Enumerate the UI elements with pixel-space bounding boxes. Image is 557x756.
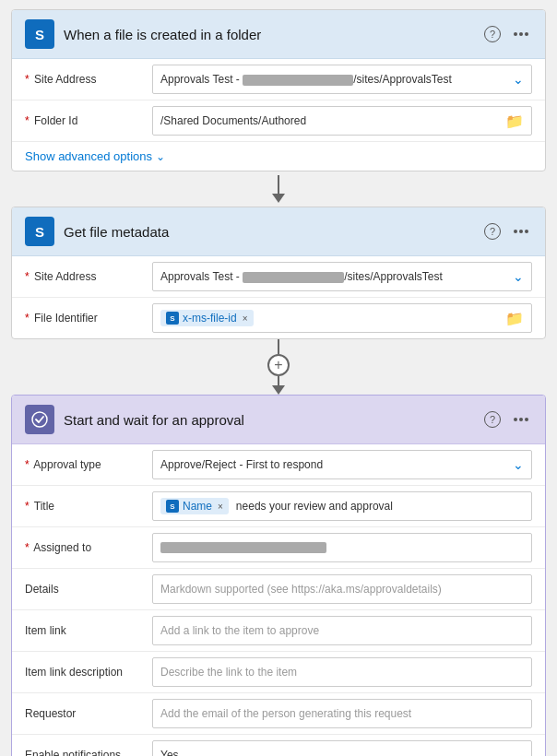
trigger-card-actions: ?	[484, 26, 532, 42]
metadata-card-body: * Site Address Approvals Test - /sites/A…	[12, 256, 545, 338]
add-step-btn[interactable]: +	[267, 354, 290, 376]
connector-plus-line-bottom	[278, 376, 279, 385]
trigger-site-address-value[interactable]: Approvals Test - /sites/ApprovalsTest ⌄	[152, 65, 532, 94]
approval-assigned-to-row: * Assigned to	[12, 527, 545, 569]
approval-title-row: * Title S Name × needs your review and a…	[12, 486, 545, 527]
approval-type-label: * Approval type	[25, 458, 145, 471]
approval-requestor-placeholder: Add the email of the person generating t…	[160, 707, 524, 720]
metadata-ellipsis-btn[interactable]	[510, 228, 532, 235]
trigger-card: S When a file is created in a folder ? *	[11, 9, 546, 171]
approval-name-token-label: Name	[183, 500, 212, 513]
trigger-help-icon[interactable]: ?	[484, 26, 501, 42]
metadata-card-actions: ?	[484, 223, 532, 240]
connector-line-1	[278, 175, 279, 194]
metadata-card-icon: S	[25, 217, 54, 246]
approval-item-link-desc-row: Item link description Describe the link …	[12, 652, 545, 693]
dot4	[514, 230, 517, 233]
approval-enable-notifications-text: Yes	[160, 749, 513, 756]
metadata-file-identifier-value[interactable]: S x-ms-file-id × 📁	[152, 303, 532, 333]
approval-name-token: S Name ×	[160, 498, 229, 514]
approval-details-label: Details	[25, 583, 145, 596]
approval-card-actions: ?	[484, 411, 532, 428]
flow-container: S When a file is created in a folder ? *	[0, 0, 557, 756]
approval-card: Start and wait for an approval ? * Appro…	[11, 395, 546, 756]
advanced-chevron-icon: ⌄	[156, 150, 165, 163]
approval-title-value[interactable]: S Name × needs your review and approval	[152, 491, 532, 521]
approval-icon-svg	[31, 411, 48, 428]
approval-requestor-label: Requestor	[25, 707, 145, 720]
trigger-site-address-label: * Site Address	[25, 73, 145, 86]
approval-card-icon	[25, 405, 54, 434]
enable-notifications-chevron: ⌄	[513, 748, 524, 756]
dot3	[525, 32, 528, 36]
approval-item-link-desc-value[interactable]: Describe the link to the item	[152, 657, 532, 687]
trigger-folder-id-text: /Shared Documents/Authored	[160, 114, 505, 127]
approval-enable-notifications-label: Enable notifications	[25, 749, 145, 756]
approval-ellipsis-btn[interactable]	[510, 416, 532, 423]
metadata-card-title: Get file metadata	[64, 224, 475, 240]
approval-item-link-placeholder: Add a link to the item to approve	[160, 624, 524, 637]
approval-type-value[interactable]: Approve/Reject - First to respond ⌄	[152, 450, 532, 479]
trigger-site-chevron-icon: ⌄	[513, 72, 524, 87]
file-id-token-close[interactable]: ×	[243, 313, 248, 324]
approval-title-label: * Title	[25, 500, 145, 513]
approval-name-token-close[interactable]: ×	[218, 502, 223, 512]
trigger-card-icon: S	[25, 19, 54, 49]
metadata-site-chevron-icon: ⌄	[513, 269, 524, 284]
metadata-file-identifier-label: * File Identifier	[25, 312, 145, 325]
approval-title-suffix: needs your review and approval	[236, 500, 393, 513]
file-id-token: S x-ms-file-id ×	[160, 310, 254, 326]
approval-type-text: Approve/Reject - First to respond	[160, 458, 513, 471]
file-id-inline: S x-ms-file-id ×	[160, 310, 257, 326]
trigger-card-header: S When a file is created in a folder ?	[12, 10, 545, 59]
approval-assigned-to-value[interactable]	[152, 533, 532, 562]
metadata-card: S Get file metadata ? * Site Address	[11, 207, 546, 339]
dot7	[514, 418, 517, 421]
trigger-card-title: When a file is created in a folder	[64, 27, 475, 42]
approval-details-value[interactable]: Markdown supported (see https://aka.ms/a…	[152, 574, 532, 604]
trigger-advanced-options[interactable]: Show advanced options ⌄	[12, 142, 545, 171]
approval-assigned-to-label: * Assigned to	[25, 541, 145, 554]
metadata-site-address-value[interactable]: Approvals Test - /sites/ApprovalsTest ⌄	[152, 262, 532, 291]
dot8	[519, 418, 523, 421]
metadata-help-icon[interactable]: ?	[484, 223, 501, 240]
trigger-site-address-text: Approvals Test - /sites/ApprovalsTest	[160, 73, 513, 86]
dot5	[519, 230, 523, 233]
trigger-site-address-row: * Site Address Approvals Test - /sites/A…	[12, 59, 545, 100]
approval-requestor-row: Requestor Add the email of the person ge…	[12, 693, 545, 735]
trigger-folder-id-label: * Folder Id	[25, 114, 145, 127]
trigger-ellipsis-btn[interactable]	[510, 30, 532, 38]
metadata-site-address-row: * Site Address Approvals Test - /sites/A…	[12, 256, 545, 298]
redacted-url-1	[243, 75, 353, 86]
dot6	[525, 230, 528, 233]
connector-plus-arrow	[272, 385, 285, 395]
approval-type-chevron: ⌄	[513, 457, 524, 472]
connector-plus-1: +	[267, 339, 290, 395]
approval-card-header: Start and wait for an approval ?	[12, 396, 545, 444]
dot2	[519, 32, 523, 36]
approval-title-inline: S Name × needs your review and approval	[160, 498, 393, 514]
metadata-folder-icon: 📁	[505, 310, 524, 327]
connector-arrow-1	[272, 194, 285, 203]
approval-card-title: Start and wait for an approval	[64, 412, 475, 428]
approval-item-link-label: Item link	[25, 624, 145, 637]
approval-requestor-value[interactable]: Add the email of the person generating t…	[152, 699, 532, 728]
approval-item-link-value[interactable]: Add a link to the item to approve	[152, 616, 532, 645]
trigger-folder-id-row: * Folder Id /Shared Documents/Authored 📁	[12, 100, 545, 142]
connector-1	[272, 175, 285, 203]
redacted-assigned-to	[160, 542, 326, 553]
file-id-token-label: x-ms-file-id	[183, 312, 237, 325]
metadata-card-header: S Get file metadata ?	[12, 207, 545, 256]
connector-plus-line-top	[278, 339, 279, 354]
approval-item-link-row: Item link Add a link to the item to appr…	[12, 610, 545, 652]
approval-help-icon[interactable]: ?	[484, 411, 501, 428]
approval-enable-notifications-value[interactable]: Yes ⌄	[152, 740, 532, 756]
dot1	[514, 32, 517, 36]
approval-type-row: * Approval type Approve/Reject - First t…	[12, 444, 545, 486]
approval-item-link-desc-placeholder: Describe the link to the item	[160, 666, 524, 679]
approval-card-body: * Approval type Approve/Reject - First t…	[12, 444, 545, 756]
trigger-card-body: * Site Address Approvals Test - /sites/A…	[12, 59, 545, 171]
metadata-site-address-label: * Site Address	[25, 270, 145, 283]
trigger-folder-id-value[interactable]: /Shared Documents/Authored 📁	[152, 106, 532, 136]
metadata-site-address-text: Approvals Test - /sites/ApprovalsTest	[160, 270, 513, 283]
